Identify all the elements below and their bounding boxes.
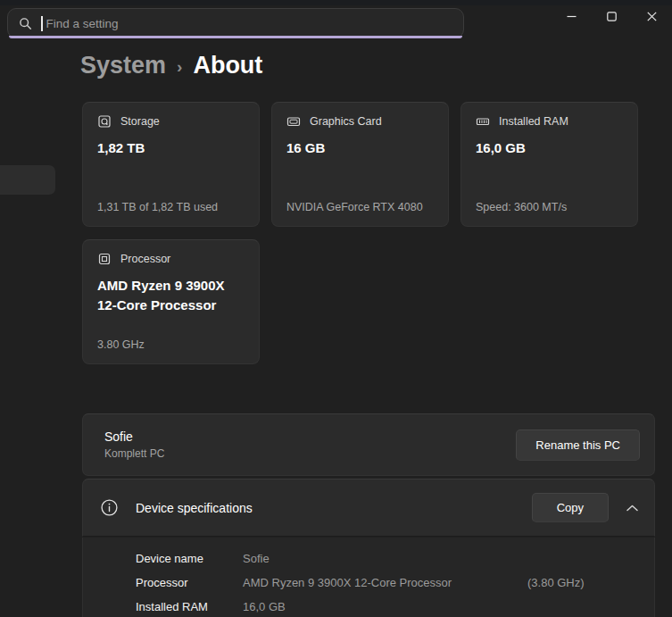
spec-label: Processor <box>136 576 243 589</box>
card-value: 16 GB <box>286 138 434 158</box>
spec-value: Sofie <box>243 552 527 565</box>
maximize-icon <box>607 12 617 21</box>
table-row: Processor AMD Ryzen 9 3900X 12-Core Proc… <box>136 571 654 595</box>
graphics-card-card: Graphics Card 16 GB NVIDIA GeForce RTX 4… <box>271 102 449 227</box>
card-value: 16,0 GB <box>476 138 623 158</box>
minimize-icon <box>567 12 577 21</box>
window-controls <box>552 3 672 29</box>
card-label: Storage <box>120 115 160 128</box>
minimize-button[interactable] <box>552 3 592 29</box>
device-model: Komplett PC <box>104 447 164 460</box>
device-name-row: Sofie Komplett PC Rename this PC <box>82 413 655 476</box>
card-caption: Speed: 3600 MT/s <box>476 201 623 213</box>
card-label: Graphics Card <box>310 115 382 128</box>
spec-label: Device name <box>136 552 243 565</box>
search-input[interactable]: Find a setting <box>7 8 464 38</box>
breadcrumb: System › About <box>80 52 262 79</box>
device-name: Sofie <box>104 429 164 444</box>
close-icon <box>647 12 657 21</box>
spec-value: 16,0 GB <box>243 600 527 613</box>
card-value: AMD Ryzen 9 3900X 12-Core Processor <box>97 276 245 315</box>
breadcrumb-system[interactable]: System <box>80 52 166 79</box>
card-label: Installed RAM <box>499 115 568 128</box>
sidebar-item-selected-partial[interactable] <box>0 165 55 195</box>
info-icon <box>101 499 118 516</box>
storage-icon <box>97 114 112 129</box>
processor-card: Processor AMD Ryzen 9 3900X 12-Core Proc… <box>82 239 260 364</box>
maximize-button[interactable] <box>592 3 632 29</box>
close-button[interactable] <box>632 3 672 29</box>
card-caption: NVIDIA GeForce RTX 4080 <box>286 201 434 213</box>
cpu-icon <box>97 252 112 266</box>
table-row: Installed RAM 16,0 GB <box>136 595 654 617</box>
spec-extra: (3.80 GHz) <box>527 576 654 589</box>
device-specifications-expander[interactable]: Device specifications Copy <box>82 479 655 537</box>
chevron-up-icon[interactable] <box>626 502 638 514</box>
installed-ram-card: Installed RAM 16,0 GB Speed: 3600 MT/s <box>460 102 638 227</box>
spec-cards: Storage 1,82 TB 1,31 TB of 1,82 TB used … <box>82 102 638 364</box>
gpu-icon <box>286 114 301 129</box>
breadcrumb-separator-icon: › <box>177 54 182 77</box>
search-placeholder: Find a setting <box>46 17 119 30</box>
copy-button[interactable]: Copy <box>532 493 609 522</box>
text-caret <box>41 16 43 31</box>
spec-value: AMD Ryzen 9 3900X 12-Core Processor <box>243 576 527 589</box>
spec-label: Installed RAM <box>136 600 243 613</box>
storage-card: Storage 1,82 TB 1,31 TB of 1,82 TB used <box>82 102 260 227</box>
card-value: 1,82 TB <box>97 138 245 158</box>
device-specifications-table: Device name Sofie Processor AMD Ryzen 9 … <box>82 538 655 617</box>
ram-icon <box>476 114 490 129</box>
page-title: About <box>193 52 262 79</box>
expander-title: Device specifications <box>136 501 253 515</box>
card-caption: 1,31 TB of 1,82 TB used <box>97 201 245 213</box>
search-icon <box>19 17 32 30</box>
card-caption: 3.80 GHz <box>97 338 245 351</box>
card-label: Processor <box>120 253 170 265</box>
table-row: Device name Sofie <box>136 546 654 571</box>
rename-pc-button[interactable]: Rename this PC <box>516 429 640 461</box>
